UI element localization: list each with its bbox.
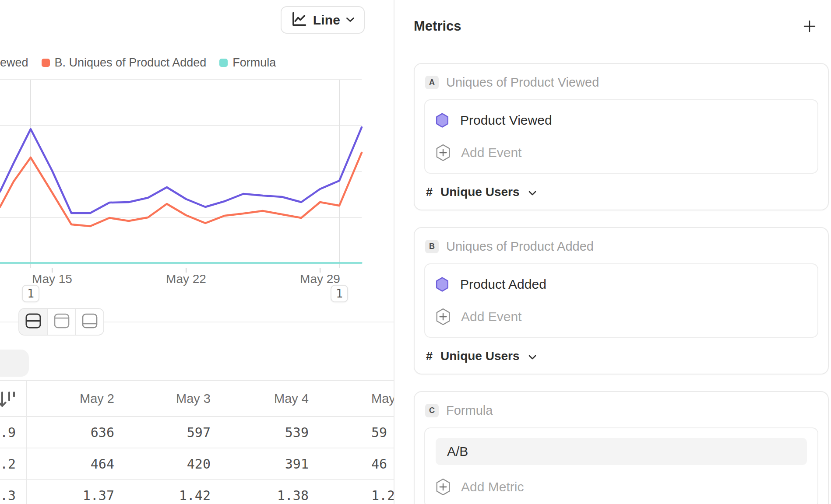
table-filter-pill[interactable] xyxy=(0,350,29,377)
chart-panel: Line ewed B. Uniques of Product Added Fo… xyxy=(0,0,394,504)
metric-cards: A Uniques of Product Viewed Product View… xyxy=(414,63,828,504)
column-header[interactable]: May 4 xyxy=(219,392,317,406)
chart-only-icon xyxy=(52,312,71,332)
sort-descending-icon xyxy=(0,390,18,410)
table-cell: 464 xyxy=(27,456,123,472)
layout-toggle-group xyxy=(18,308,104,336)
counting-method-dropdown[interactable]: # Unique Users xyxy=(426,185,818,199)
add-event-label: Add Event xyxy=(461,145,521,160)
event-row[interactable]: Product Added xyxy=(436,274,807,295)
table-row[interactable]: .9 636 597 539 59 xyxy=(0,417,394,448)
metric-title[interactable]: Formula xyxy=(446,403,493,418)
formula-text: A/B xyxy=(447,444,468,459)
event-row[interactable]: Product Viewed xyxy=(436,110,807,131)
add-metric-button[interactable]: Add Metric xyxy=(436,476,807,497)
panel-title: Metrics xyxy=(414,18,461,34)
formula-box: A/B Add Metric xyxy=(424,427,818,504)
add-hexagon-icon xyxy=(436,308,451,326)
column-header[interactable]: May xyxy=(317,392,394,406)
hash-icon: # xyxy=(426,186,433,199)
add-metric-label: Add Metric xyxy=(461,480,524,494)
table-row[interactable]: .2 464 420 391 46 xyxy=(0,448,394,480)
table-cell: 1.42 xyxy=(123,488,219,503)
add-hexagon-icon xyxy=(436,478,451,496)
table-cell: .2 xyxy=(0,456,27,472)
plus-icon xyxy=(803,20,816,33)
results-table: May 2 May 3 May 4 May .9 636 597 539 59 … xyxy=(0,380,394,504)
metric-badge: A xyxy=(425,76,439,89)
metric-badge: C xyxy=(425,404,439,417)
card-title-row: C Formula xyxy=(425,403,818,418)
layout-chart-only-button[interactable] xyxy=(47,309,75,335)
table-cell: 1.2 xyxy=(317,488,394,503)
sort-button[interactable] xyxy=(0,381,27,416)
counting-method-dropdown[interactable]: # Unique Users xyxy=(426,349,818,363)
table-cell: 539 xyxy=(219,425,317,440)
annotation-badge[interactable]: 1 xyxy=(22,285,39,302)
event-name: Product Added xyxy=(460,277,546,292)
add-metric-plus-button[interactable] xyxy=(803,20,816,33)
add-event-button[interactable]: Add Event xyxy=(436,306,807,327)
chevron-down-icon xyxy=(528,355,536,360)
table-cell: 391 xyxy=(219,456,317,472)
metrics-panel-header: Metrics xyxy=(414,15,828,38)
layout-split-view-button[interactable] xyxy=(19,309,47,335)
add-hexagon-icon xyxy=(436,144,451,161)
formula-input[interactable]: A/B xyxy=(436,438,807,465)
add-event-label: Add Event xyxy=(461,309,521,324)
metric-title[interactable]: Uniques of Product Added xyxy=(446,239,594,254)
metric-badge: B xyxy=(425,240,439,253)
event-name: Product Viewed xyxy=(460,113,552,128)
event-hexagon-icon xyxy=(436,277,449,292)
x-axis-label: May 22 xyxy=(166,272,206,286)
event-box: Product Viewed Add Event xyxy=(424,99,818,174)
table-column-divider xyxy=(26,380,27,504)
table-cell: 1.38 xyxy=(219,488,317,503)
x-axis-label: May 15 xyxy=(32,272,72,286)
metric-card-a: A Uniques of Product Viewed Product View… xyxy=(414,63,829,210)
table-header-row: May 2 May 3 May 4 May xyxy=(0,380,394,417)
event-hexagon-icon xyxy=(436,113,449,128)
split-view-icon xyxy=(24,312,43,332)
table-cell: 1.37 xyxy=(27,488,123,503)
table-cell: 420 xyxy=(123,456,219,472)
add-event-button[interactable]: Add Event xyxy=(436,142,807,163)
column-header[interactable]: May 2 xyxy=(27,392,123,406)
table-cell: 597 xyxy=(123,425,219,440)
table-cell: 636 xyxy=(27,425,123,440)
insights-report: Line ewed B. Uniques of Product Added Fo… xyxy=(0,0,831,504)
metric-card-b: B Uniques of Product Added Product Added xyxy=(414,227,829,374)
metrics-panel: Metrics A Uniques of Product Viewed xyxy=(394,0,831,504)
layout-table-only-button[interactable] xyxy=(75,309,103,335)
card-title-row: B Uniques of Product Added xyxy=(425,239,818,254)
metric-card-c: C Formula A/B Add Metric xyxy=(414,391,829,504)
counting-method-label: Unique Users xyxy=(440,185,520,199)
table-only-icon xyxy=(80,312,99,332)
table-row[interactable]: .3 1.37 1.42 1.38 1.2 xyxy=(0,480,394,504)
table-cell: .3 xyxy=(0,488,27,503)
table-cell: .9 xyxy=(0,425,27,440)
chevron-down-icon xyxy=(528,191,536,196)
x-axis-label: May 29 xyxy=(300,272,340,286)
card-title-row: A Uniques of Product Viewed xyxy=(425,75,818,90)
column-header[interactable]: May 3 xyxy=(123,392,219,406)
table-cell: 59 xyxy=(317,425,394,440)
counting-method-label: Unique Users xyxy=(440,349,520,363)
metric-title[interactable]: Uniques of Product Viewed xyxy=(446,75,599,90)
table-cell: 46 xyxy=(317,456,394,472)
hash-icon: # xyxy=(426,350,433,363)
annotation-badge[interactable]: 1 xyxy=(331,285,348,302)
event-box: Product Added Add Event xyxy=(424,263,818,338)
